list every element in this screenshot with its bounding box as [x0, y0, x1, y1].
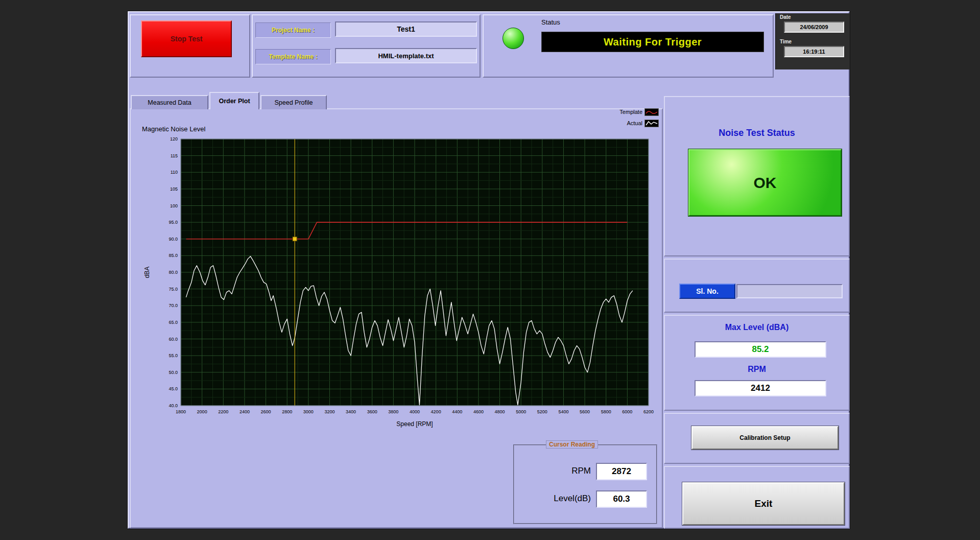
svg-text:3800: 3800: [388, 409, 398, 414]
calibration-setup-button[interactable]: Calibration Setup: [691, 426, 839, 450]
svg-text:105: 105: [170, 186, 178, 192]
chart-title: Magnetic Noise Level: [142, 125, 205, 133]
svg-text:5800: 5800: [601, 409, 611, 414]
svg-text:3600: 3600: [367, 409, 377, 414]
svg-text:2400: 2400: [240, 409, 250, 414]
project-name-label: Project Name :: [255, 22, 331, 38]
date-label: Date: [780, 14, 791, 20]
project-name-field[interactable]: Test1: [335, 21, 477, 37]
svg-text:40.0: 40.0: [169, 403, 178, 408]
tab-speed-profile[interactable]: Speed Profile: [260, 95, 327, 109]
svg-text:55.0: 55.0: [169, 353, 178, 358]
svg-text:110: 110: [171, 170, 178, 175]
noise-test-app-window: Stop Test Project Name : Test1 Template …: [128, 11, 850, 529]
cursor-rpm-label: RPM: [519, 466, 591, 476]
legend-row-actual: Actual: [602, 118, 659, 129]
svg-text:6200: 6200: [643, 409, 654, 414]
status-display: Waiting For Trigger: [541, 32, 764, 52]
svg-text:75.0: 75.0: [169, 287, 178, 292]
order-plot-chart[interactable]: 1800200022002400260028003000320034003600…: [141, 134, 656, 429]
status-label: Status: [541, 18, 560, 26]
svg-text:100: 100: [170, 203, 178, 208]
time-display: 16:19:11: [784, 46, 844, 57]
legend-actual-swatch-icon[interactable]: [644, 120, 659, 127]
svg-text:95.0: 95.0: [169, 220, 178, 225]
svg-text:115: 115: [171, 153, 178, 158]
cursor-level-value: 60.3: [596, 490, 647, 508]
cursor-reading-group: Cursor Reading RPM 2872 Level(dB) 60.3: [513, 444, 657, 524]
svg-text:4000: 4000: [410, 409, 420, 414]
svg-text:45.0: 45.0: [169, 386, 178, 391]
rpm-value: 2412: [695, 380, 826, 396]
template-name-label: Template Name :: [255, 49, 331, 64]
svg-text:1800: 1800: [176, 409, 186, 414]
time-label: Time: [780, 39, 792, 44]
datetime-panel: Date 24/06/2009 Time 16:19:11: [775, 13, 850, 69]
svg-text:3200: 3200: [324, 409, 334, 414]
cursor-reading-title: Cursor Reading: [546, 440, 598, 449]
svg-text:3000: 3000: [303, 409, 314, 414]
svg-text:2600: 2600: [261, 409, 271, 414]
svg-text:3400: 3400: [346, 409, 356, 414]
legend-actual-label: Actual: [627, 120, 642, 126]
max-level-value: 85.2: [695, 341, 826, 358]
max-level-label: Max Level (dBA): [664, 323, 850, 332]
stop-test-button[interactable]: Stop Test: [141, 20, 232, 57]
legend-template-label: Template: [619, 109, 642, 115]
template-name-field[interactable]: HMIL-template.txt: [335, 48, 477, 63]
svg-text:4200: 4200: [431, 409, 441, 414]
svg-text:85.0: 85.0: [169, 253, 178, 258]
svg-text:90.0: 90.0: [169, 237, 178, 242]
serial-number-input[interactable]: [736, 284, 843, 298]
date-display: 24/06/2009: [784, 21, 844, 33]
chart-legend: Template Actual: [602, 106, 659, 129]
svg-text:5200: 5200: [537, 409, 547, 414]
desktop-background: { "colors": { "app_bg": "#b6b6e8", "acce…: [0, 0, 980, 540]
svg-text:5600: 5600: [580, 409, 590, 414]
svg-text:4400: 4400: [452, 409, 462, 414]
svg-text:5000: 5000: [516, 409, 526, 414]
svg-text:Speed [RPM]: Speed [RPM]: [396, 420, 433, 428]
svg-text:70.0: 70.0: [169, 303, 178, 308]
legend-row-template: Template: [602, 106, 659, 118]
svg-text:65.0: 65.0: [169, 320, 178, 325]
tab-measured-data[interactable]: Measured Data: [131, 95, 208, 109]
noise-test-status-title: Noise Test Status: [664, 128, 850, 138]
svg-text:dBA: dBA: [144, 267, 151, 278]
svg-text:120: 120: [170, 136, 178, 142]
svg-text:4600: 4600: [473, 409, 484, 414]
svg-text:4800: 4800: [495, 409, 505, 414]
svg-text:50.0: 50.0: [169, 370, 178, 375]
svg-text:60.0: 60.0: [169, 337, 178, 342]
tab-order-plot[interactable]: Order Plot: [209, 92, 259, 109]
svg-text:2800: 2800: [282, 409, 292, 414]
cursor-rpm-value: 2872: [596, 463, 647, 480]
svg-text:5400: 5400: [558, 409, 568, 414]
svg-text:2000: 2000: [197, 409, 207, 414]
serial-number-label: Sl. No.: [679, 284, 735, 299]
rpm-label: RPM: [664, 365, 850, 374]
trigger-led-indicator: [503, 28, 524, 49]
svg-text:80.0: 80.0: [169, 270, 178, 275]
noise-test-status-indicator: OK: [688, 149, 842, 216]
exit-button[interactable]: Exit: [682, 482, 845, 525]
cursor-level-label: Level(dB): [519, 494, 591, 504]
svg-text:6000: 6000: [622, 409, 632, 414]
svg-text:2200: 2200: [218, 409, 228, 414]
legend-template-swatch-icon[interactable]: [644, 108, 659, 116]
